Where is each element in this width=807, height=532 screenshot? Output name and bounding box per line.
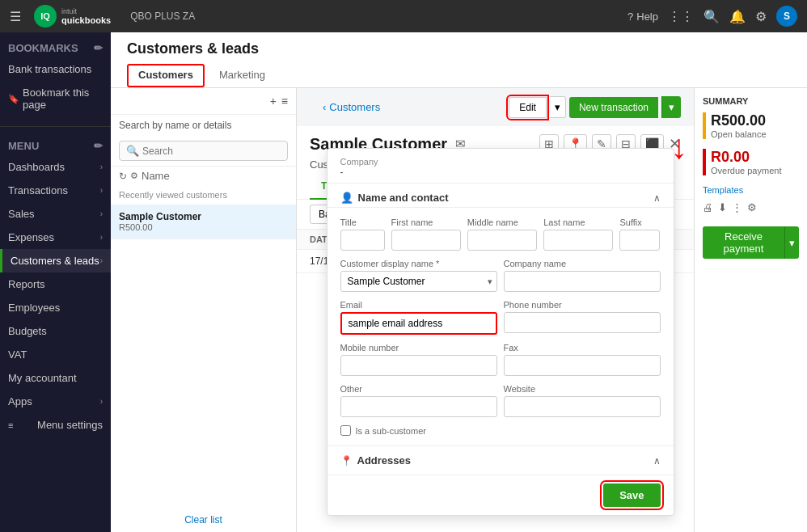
sidebar-item-expenses[interactable]: Expenses ›	[0, 226, 111, 249]
customer-item-balance: R500.00	[119, 222, 288, 232]
fax-input[interactable]	[504, 355, 661, 376]
company-name-label: Company name	[504, 259, 661, 268]
sidebar-item-reports[interactable]: Reports	[0, 272, 111, 296]
fax-label: Fax	[504, 343, 661, 353]
left-panel: + ≡ Search by name or details 🔍 ↻ ⚙ Name	[111, 88, 297, 532]
receive-payment-button[interactable]: Receive payment	[703, 226, 784, 259]
suffix-label: Suffix	[619, 217, 660, 227]
name-contact-header[interactable]: 👤 Name and contact ∧	[327, 184, 674, 208]
refresh-icon: ↻	[119, 171, 127, 182]
mobile-input[interactable]	[340, 355, 497, 376]
middle-name-label: Middle name	[467, 217, 537, 227]
sidebar-item-sales[interactable]: Sales ›	[0, 202, 111, 226]
left-panel-toolbar: + ≡	[111, 88, 296, 115]
middle-name-input[interactable]	[467, 230, 537, 251]
suffix-input[interactable]	[619, 230, 660, 251]
summary-title: SUMMARY	[703, 96, 799, 106]
company-section: Company -	[327, 149, 674, 184]
company-name-input[interactable]	[504, 271, 661, 292]
first-name-input[interactable]	[391, 230, 461, 251]
new-transaction-dropdown-button[interactable]: ▾	[661, 96, 681, 118]
sub-content: + ≡ Search by name or details 🔍 ↻ ⚙ Name	[111, 88, 807, 532]
sort-label: Name	[142, 170, 170, 182]
settings-icon[interactable]: ⚙	[747, 201, 757, 213]
gear-icon[interactable]: ⚙	[755, 9, 767, 24]
title-group: Title	[340, 217, 385, 251]
right-summary: SUMMARY R500.00 Open balance R0.00 Overd…	[694, 88, 807, 532]
tab-customers[interactable]: Customers	[127, 64, 205, 87]
bookmarks-edit-icon[interactable]: ✏	[94, 42, 103, 54]
tab-marketing[interactable]: Marketing	[208, 64, 277, 87]
new-transaction-button[interactable]: New transaction	[569, 97, 658, 118]
edit-button[interactable]: Edit	[509, 97, 547, 118]
bell-icon[interactable]: 🔔	[729, 9, 746, 24]
sidebar-item-label: My accountant	[8, 372, 77, 384]
name-row-1: Title First name Middle name	[340, 217, 661, 251]
sort-row[interactable]: ↻ ⚙ Name	[111, 167, 296, 185]
phone-label: Phone number	[504, 300, 661, 310]
print-icon[interactable]: 🖨	[703, 201, 713, 213]
sub-customer-checkbox[interactable]	[340, 425, 351, 436]
chevron-right-icon: ›	[100, 186, 103, 195]
title-input[interactable]	[340, 230, 385, 251]
add-icon[interactable]: +	[270, 95, 277, 108]
display-name-label: Customer display name *	[340, 259, 497, 268]
sidebar-item-apps[interactable]: Apps ›	[0, 390, 111, 413]
menu-settings-icon: ≡	[8, 420, 13, 430]
sidebar-item-label: Employees	[8, 302, 60, 314]
grid-icon[interactable]: ⋮⋮	[668, 9, 694, 24]
chevron-right-icon: ›	[100, 397, 103, 406]
templates-link[interactable]: Templates	[703, 185, 799, 195]
last-name-input[interactable]	[543, 230, 613, 251]
list-icon[interactable]: ≡	[281, 95, 288, 108]
display-name-select-wrap: Sample Customer ▾	[340, 271, 497, 292]
person-icon: 👤	[340, 192, 353, 204]
sidebar-item-menu-settings[interactable]: ≡ Menu settings	[0, 413, 111, 437]
hamburger-icon[interactable]: ☰	[10, 9, 21, 24]
search-icon[interactable]: 🔍	[703, 9, 720, 24]
user-avatar[interactable]: S	[776, 6, 797, 27]
phone-input[interactable]	[504, 312, 661, 333]
mobile-label: Mobile number	[340, 343, 497, 353]
clear-list-link[interactable]: Clear list	[111, 508, 296, 532]
more-icon[interactable]: ⋮	[732, 201, 742, 213]
email-input[interactable]	[340, 312, 497, 335]
menu-edit-icon[interactable]: ✏	[94, 140, 103, 152]
chevron-right-icon: ›	[100, 209, 103, 218]
name-row-2: Customer display name * Sample Customer …	[340, 259, 661, 292]
addresses-header[interactable]: 📍 Addresses ∧	[327, 445, 674, 475]
sidebar-item-employees[interactable]: Employees	[0, 296, 111, 319]
sidebar-item-budgets[interactable]: Budgets	[0, 319, 111, 343]
search-box: 🔍	[111, 136, 296, 167]
receive-payment-dropdown[interactable]: ▾	[784, 226, 799, 259]
sidebar-item-dashboards[interactable]: Dashboards ›	[0, 155, 111, 179]
sidebar-item-vat[interactable]: VAT	[0, 343, 111, 366]
sidebar-item-bank-transactions[interactable]: Bank transactions	[0, 57, 111, 81]
save-button[interactable]: Save	[603, 483, 660, 507]
other-input[interactable]	[340, 396, 497, 417]
display-name-select[interactable]: Sample Customer	[340, 271, 497, 292]
download-icon[interactable]: ⬇	[718, 201, 727, 213]
page-tabs: Customers Marketing	[127, 64, 791, 87]
help-button[interactable]: ? Help	[627, 11, 658, 23]
name-contact-body: Title First name Middle name	[327, 208, 674, 445]
customer-item[interactable]: Sample Customer R500.00	[111, 205, 296, 239]
help-label: Help	[636, 11, 658, 23]
app-logo: IQ intuit quickbooks	[34, 5, 111, 27]
first-name-group: First name	[391, 217, 461, 251]
website-input[interactable]	[504, 396, 661, 417]
edit-dropdown-button[interactable]: ▾	[550, 96, 566, 118]
sidebar-item-my-accountant[interactable]: My accountant	[0, 366, 111, 390]
company-field-value: -	[340, 167, 661, 178]
sidebar-item-transactions[interactable]: Transactions ›	[0, 179, 111, 202]
company-field-label: Company	[340, 157, 661, 167]
search-input[interactable]	[142, 146, 281, 157]
breadcrumb[interactable]: ‹ Customers	[310, 95, 393, 120]
sidebar-item-label: Transactions	[8, 184, 68, 196]
sidebar-item-label: Budgets	[8, 325, 47, 337]
sidebar-item-bookmark-page[interactable]: 🔖 Bookmark this page	[0, 81, 111, 116]
company-name-group: Company name	[504, 259, 661, 292]
help-icon: ?	[627, 11, 633, 23]
sidebar-item-customers-leads[interactable]: Customers & leads ›	[0, 249, 111, 272]
suffix-group: Suffix	[619, 217, 660, 251]
